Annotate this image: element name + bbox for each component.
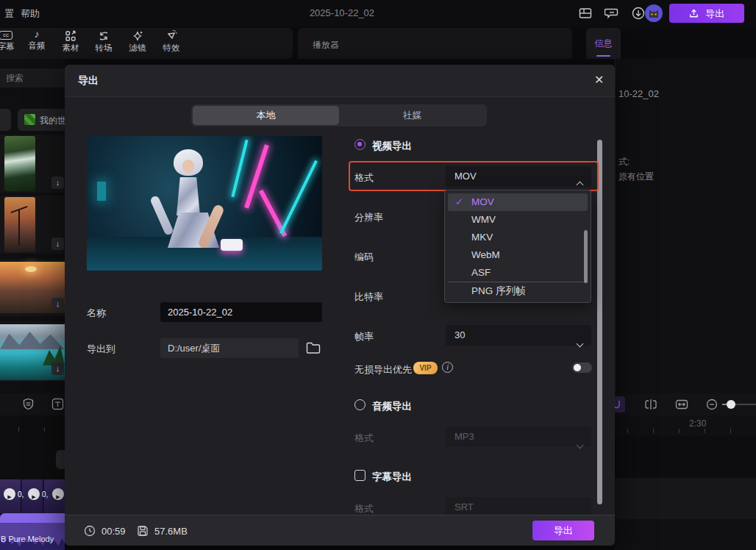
export-button-top[interactable]: 导出 — [669, 4, 744, 23]
text-tool-icon[interactable] — [51, 398, 64, 413]
preview-image — [87, 136, 322, 271]
tab-info[interactable]: 信息 — [586, 28, 621, 59]
play-badge[interactable]: ▶ — [28, 488, 40, 500]
info-clip-title: 10-22_02 — [618, 88, 659, 99]
fit-timeline-icon[interactable] — [675, 399, 688, 413]
export-confirm-button[interactable]: 导出 — [532, 521, 594, 540]
zoom-slider[interactable] — [722, 404, 756, 405]
download-thumb-button[interactable]: ↓ — [51, 176, 64, 189]
arrows-icon — [98, 30, 110, 42]
search-input[interactable] — [0, 68, 65, 88]
toggle-knob — [574, 364, 581, 371]
close-icon[interactable]: ✕ — [594, 73, 604, 87]
menu-bar: 置 帮助 2025-10-22_02 导出 — [0, 0, 756, 26]
empty-track-row[interactable] — [615, 436, 756, 478]
avatar[interactable] — [645, 4, 663, 25]
audio-clip-body: B Pure Melody — [0, 523, 65, 550]
play-badge[interactable]: ▶ — [4, 488, 15, 500]
category-chip-partial[interactable] — [0, 109, 11, 131]
dialog-scrollbar[interactable] — [597, 140, 602, 504]
zoom-out-icon[interactable] — [706, 399, 718, 413]
dialog-footer: 00:59 57.6MB 导出 — [65, 515, 615, 546]
stock-thumb-ocean[interactable]: ↓ — [0, 259, 65, 316]
tab-media[interactable]: 素材 — [54, 28, 87, 57]
magic-icon — [165, 30, 177, 42]
info-icon[interactable]: i — [442, 362, 453, 373]
dropdown-option-png-sequence[interactable]: PNG 序列帧 — [448, 282, 588, 300]
sun-glow — [25, 266, 37, 272]
stock-thumb-turbine[interactable]: ↓ — [0, 196, 65, 254]
vip-badge: VIP — [413, 362, 438, 374]
download-thumb-button[interactable]: ↓ — [51, 298, 64, 310]
thumb-image — [4, 197, 35, 252]
feedback-icon[interactable] — [605, 6, 619, 24]
figure-arm — [149, 195, 174, 236]
main-toolbar: cc 字幕 ♪ 音频 素材 转场 滤镜 特效 播放器 信息 — [0, 26, 756, 59]
menu-help[interactable]: 帮助 — [21, 7, 40, 21]
dropdown-option-asf[interactable]: ASF — [448, 264, 588, 282]
dropdown-scrollbar[interactable] — [584, 230, 588, 283]
play-badge[interactable]: ▶ — [52, 488, 64, 500]
stock-thumb-waterfall[interactable]: ↓ — [0, 135, 65, 193]
download-thumb-button[interactable]: ↓ — [51, 238, 64, 250]
framerate-select[interactable]: 30 — [446, 325, 591, 346]
tab-social[interactable]: 社媒 — [339, 106, 485, 125]
tab-info-underline — [596, 55, 610, 57]
name-input[interactable]: 2025-10-22_02 — [160, 302, 322, 322]
format-highlight-box — [349, 161, 599, 191]
empty-track-row[interactable] — [615, 519, 756, 550]
download-thumb-button[interactable]: ↓ — [51, 362, 64, 375]
timeline-left: ▶ 0, ▶ 0, ▶ B Pure Melody — [0, 393, 65, 550]
player-panel-header: 播放器 — [298, 28, 572, 59]
dropdown-option-webm[interactable]: WebM — [448, 246, 588, 264]
tab-audio[interactable]: ♪ 音频 — [21, 28, 53, 57]
chevron-down-icon — [577, 442, 584, 449]
figure-shoe — [221, 239, 243, 251]
menu-settings[interactable]: 置 — [4, 7, 14, 21]
dropdown-option-mov[interactable]: ✓ MOV — [448, 193, 588, 211]
neon-line-cyan-2 — [279, 160, 318, 235]
dropdown-option-wmv[interactable]: WMV — [448, 211, 588, 229]
stock-thumb-lake[interactable]: ↓ — [0, 321, 65, 382]
upload-icon — [689, 9, 699, 18]
download-icon[interactable] — [631, 6, 646, 24]
name-label: 名称 — [87, 307, 106, 320]
audio-clip-track[interactable]: B Pure Melody — [0, 513, 65, 550]
project-title: 2025-10-22_02 — [290, 7, 393, 18]
export-file-size: 57.6MB — [154, 526, 188, 537]
destination-input[interactable]: D:/user/桌面 — [160, 338, 299, 358]
format-dropdown: ✓ MOV WMV MKV WebM ASF PNG 序列帧 — [444, 190, 591, 303]
check-icon: ✓ — [455, 193, 463, 211]
dropdown-option-mkv[interactable]: MKV — [448, 229, 588, 246]
tab-effects[interactable]: 特效 — [155, 28, 188, 57]
ruler-mark: 2:30 — [689, 418, 706, 429]
video-export-radio[interactable] — [354, 139, 365, 150]
empty-track-row[interactable] — [615, 478, 756, 519]
shield-icon[interactable] — [22, 398, 35, 413]
tab-transitions[interactable]: 转场 — [88, 28, 120, 57]
zoom-slider-handle[interactable] — [727, 400, 735, 409]
folder-icon[interactable] — [305, 340, 321, 359]
video-clip-track[interactable]: ▶ 0, ▶ 0, ▶ — [0, 479, 65, 513]
export-duration: 00:59 — [101, 526, 126, 537]
lossless-toggle[interactable] — [572, 362, 592, 373]
mountains — [0, 330, 65, 349]
turbine-pole — [18, 210, 20, 246]
tab-local[interactable]: 本地 — [193, 106, 339, 125]
timeline-toolbar-right — [615, 393, 756, 415]
split-icon[interactable] — [644, 399, 657, 413]
audio-format-select: MP3 — [446, 426, 591, 447]
audio-export-radio[interactable] — [354, 399, 365, 410]
subtitle-format-label: 格式 — [354, 502, 374, 515]
clip-count: 0, — [18, 490, 24, 499]
figure-face — [182, 160, 194, 173]
category-chip-myworld[interactable]: 我的世 — [18, 109, 65, 131]
neon-line-cyan-1 — [231, 140, 248, 198]
tab-filters[interactable]: 滤镜 — [121, 28, 154, 57]
subtitle-export-checkbox[interactable] — [354, 470, 365, 481]
layout-icon[interactable] — [578, 6, 593, 24]
audio-clip-name: B Pure Melody — [1, 535, 54, 543]
tab-subtitles[interactable]: cc 字幕 — [0, 28, 22, 57]
save-disk-icon — [137, 525, 149, 540]
track-control-partial[interactable] — [56, 450, 65, 469]
